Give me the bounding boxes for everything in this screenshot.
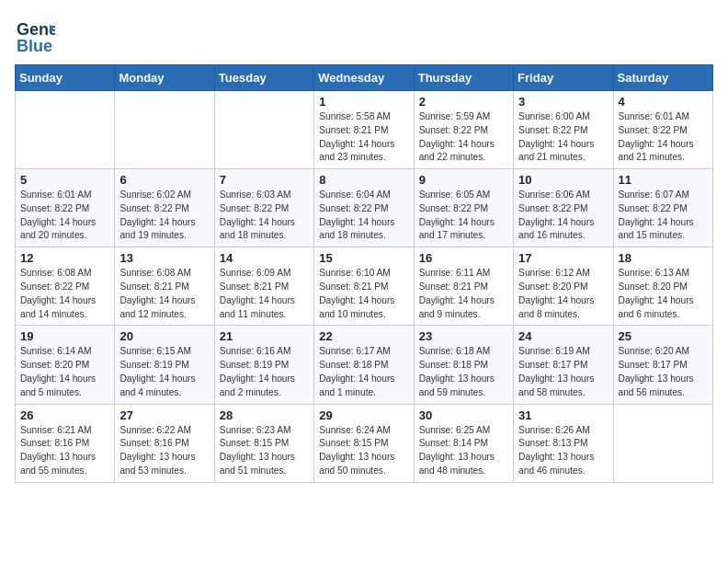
day-number: 22	[319, 329, 408, 343]
day-number: 27	[119, 408, 209, 422]
day-number: 29	[319, 408, 408, 422]
day-cell: 22Sunrise: 6:17 AMSunset: 8:18 PMDayligh…	[314, 326, 414, 404]
day-cell	[115, 91, 214, 169]
day-number: 10	[518, 173, 608, 187]
day-info: Sunrise: 6:00 AMSunset: 8:22 PMDaylight:…	[518, 110, 608, 165]
day-cell: 8Sunrise: 6:04 AMSunset: 8:22 PMDaylight…	[314, 169, 414, 247]
day-number: 24	[518, 329, 608, 343]
weekday-header-row: SundayMondayTuesdayWednesdayThursdayFrid…	[16, 65, 713, 91]
day-info: Sunrise: 6:20 AMSunset: 8:17 PMDaylight:…	[619, 345, 708, 399]
day-cell: 25Sunrise: 6:20 AMSunset: 8:17 PMDayligh…	[613, 326, 712, 404]
day-cell	[214, 91, 313, 169]
day-cell: 19Sunrise: 6:14 AMSunset: 8:20 PMDayligh…	[16, 326, 115, 404]
day-number: 5	[20, 173, 109, 187]
day-cell: 13Sunrise: 6:08 AMSunset: 8:21 PMDayligh…	[115, 247, 214, 326]
day-cell: 31Sunrise: 6:26 AMSunset: 8:13 PMDayligh…	[514, 404, 613, 482]
day-info: Sunrise: 5:59 AMSunset: 8:22 PMDaylight:…	[419, 110, 508, 165]
day-cell: 6Sunrise: 6:02 AMSunset: 8:22 PMDaylight…	[115, 169, 214, 247]
day-cell: 12Sunrise: 6:08 AMSunset: 8:22 PMDayligh…	[16, 247, 115, 326]
day-info: Sunrise: 5:58 AMSunset: 8:21 PMDaylight:…	[319, 110, 408, 165]
logo-icon: General Blue	[15, 15, 55, 55]
day-cell: 21Sunrise: 6:16 AMSunset: 8:19 PMDayligh…	[214, 326, 313, 404]
day-number: 9	[419, 173, 508, 187]
day-info: Sunrise: 6:25 AMSunset: 8:14 PMDaylight:…	[419, 424, 508, 478]
day-cell: 3Sunrise: 6:00 AMSunset: 8:22 PMDaylight…	[514, 91, 613, 169]
day-cell: 23Sunrise: 6:18 AMSunset: 8:18 PMDayligh…	[414, 326, 513, 404]
day-info: Sunrise: 6:12 AMSunset: 8:20 PMDaylight:…	[518, 267, 608, 321]
day-info: Sunrise: 6:01 AMSunset: 8:22 PMDaylight:…	[619, 110, 708, 165]
day-cell: 1Sunrise: 5:58 AMSunset: 8:21 PMDaylight…	[314, 91, 414, 169]
svg-text:General: General	[17, 20, 55, 39]
day-number: 25	[619, 329, 708, 343]
day-cell: 27Sunrise: 6:22 AMSunset: 8:16 PMDayligh…	[115, 404, 214, 482]
day-number: 19	[20, 329, 109, 343]
day-info: Sunrise: 6:22 AMSunset: 8:16 PMDaylight:…	[119, 424, 209, 478]
day-number: 18	[619, 251, 708, 265]
week-row-3: 12Sunrise: 6:08 AMSunset: 8:22 PMDayligh…	[16, 247, 713, 326]
week-row-2: 5Sunrise: 6:01 AMSunset: 8:22 PMDaylight…	[16, 169, 713, 247]
day-cell: 15Sunrise: 6:10 AMSunset: 8:21 PMDayligh…	[314, 247, 414, 326]
day-number: 7	[220, 173, 309, 187]
weekday-header-tuesday: Tuesday	[214, 65, 313, 91]
day-number: 1	[319, 95, 408, 109]
day-number: 3	[518, 95, 608, 109]
day-cell: 2Sunrise: 5:59 AMSunset: 8:22 PMDaylight…	[414, 91, 513, 169]
day-cell: 11Sunrise: 6:07 AMSunset: 8:22 PMDayligh…	[613, 169, 712, 247]
day-info: Sunrise: 6:18 AMSunset: 8:18 PMDaylight:…	[419, 345, 508, 399]
logo: General Blue	[15, 15, 55, 55]
day-number: 30	[419, 408, 508, 422]
day-cell: 14Sunrise: 6:09 AMSunset: 8:21 PMDayligh…	[214, 247, 313, 326]
day-number: 12	[20, 251, 109, 265]
day-cell: 10Sunrise: 6:06 AMSunset: 8:22 PMDayligh…	[514, 169, 613, 247]
day-cell: 29Sunrise: 6:24 AMSunset: 8:15 PMDayligh…	[314, 404, 414, 482]
day-info: Sunrise: 6:01 AMSunset: 8:22 PMDaylight:…	[20, 189, 109, 243]
day-cell	[16, 91, 115, 169]
weekday-header-friday: Friday	[514, 65, 613, 91]
weekday-header-wednesday: Wednesday	[314, 65, 414, 91]
day-number: 16	[419, 251, 508, 265]
day-cell: 7Sunrise: 6:03 AMSunset: 8:22 PMDaylight…	[214, 169, 313, 247]
day-number: 15	[319, 251, 408, 265]
day-cell: 28Sunrise: 6:23 AMSunset: 8:15 PMDayligh…	[214, 404, 313, 482]
day-number: 14	[220, 251, 309, 265]
day-cell	[613, 404, 712, 482]
calendar-table: SundayMondayTuesdayWednesdayThursdayFrid…	[15, 64, 713, 483]
day-info: Sunrise: 6:17 AMSunset: 8:18 PMDaylight:…	[319, 345, 408, 399]
day-info: Sunrise: 6:10 AMSunset: 8:21 PMDaylight:…	[319, 267, 408, 321]
day-number: 23	[419, 329, 508, 343]
day-number: 11	[619, 173, 708, 187]
week-row-1: 1Sunrise: 5:58 AMSunset: 8:21 PMDaylight…	[16, 91, 713, 169]
svg-text:Blue: Blue	[17, 37, 52, 55]
day-info: Sunrise: 6:08 AMSunset: 8:21 PMDaylight:…	[119, 267, 209, 321]
day-info: Sunrise: 6:07 AMSunset: 8:22 PMDaylight:…	[619, 189, 708, 243]
day-info: Sunrise: 6:03 AMSunset: 8:22 PMDaylight:…	[220, 189, 309, 243]
day-info: Sunrise: 6:26 AMSunset: 8:13 PMDaylight:…	[518, 424, 608, 478]
day-cell: 20Sunrise: 6:15 AMSunset: 8:19 PMDayligh…	[115, 326, 214, 404]
day-cell: 26Sunrise: 6:21 AMSunset: 8:16 PMDayligh…	[16, 404, 115, 482]
day-number: 4	[619, 95, 708, 109]
day-info: Sunrise: 6:14 AMSunset: 8:20 PMDaylight:…	[20, 345, 109, 399]
page-header: General Blue	[15, 15, 713, 55]
day-info: Sunrise: 6:23 AMSunset: 8:15 PMDaylight:…	[220, 424, 309, 478]
day-cell: 16Sunrise: 6:11 AMSunset: 8:21 PMDayligh…	[414, 247, 513, 326]
day-info: Sunrise: 6:24 AMSunset: 8:15 PMDaylight:…	[319, 424, 408, 478]
day-number: 21	[220, 329, 309, 343]
day-cell: 18Sunrise: 6:13 AMSunset: 8:20 PMDayligh…	[613, 247, 712, 326]
weekday-header-sunday: Sunday	[16, 65, 115, 91]
day-info: Sunrise: 6:13 AMSunset: 8:20 PMDaylight:…	[619, 267, 708, 321]
weekday-header-saturday: Saturday	[613, 65, 712, 91]
day-cell: 5Sunrise: 6:01 AMSunset: 8:22 PMDaylight…	[16, 169, 115, 247]
day-number: 8	[319, 173, 408, 187]
day-number: 13	[119, 251, 209, 265]
day-number: 6	[119, 173, 209, 187]
day-info: Sunrise: 6:05 AMSunset: 8:22 PMDaylight:…	[419, 189, 508, 243]
weekday-header-thursday: Thursday	[414, 65, 513, 91]
day-number: 2	[419, 95, 508, 109]
day-info: Sunrise: 6:11 AMSunset: 8:21 PMDaylight:…	[419, 267, 508, 321]
day-number: 28	[220, 408, 309, 422]
day-info: Sunrise: 6:16 AMSunset: 8:19 PMDaylight:…	[220, 345, 309, 399]
day-number: 20	[119, 329, 209, 343]
week-row-4: 19Sunrise: 6:14 AMSunset: 8:20 PMDayligh…	[16, 326, 713, 404]
day-info: Sunrise: 6:15 AMSunset: 8:19 PMDaylight:…	[119, 345, 209, 399]
day-info: Sunrise: 6:06 AMSunset: 8:22 PMDaylight:…	[518, 189, 608, 243]
